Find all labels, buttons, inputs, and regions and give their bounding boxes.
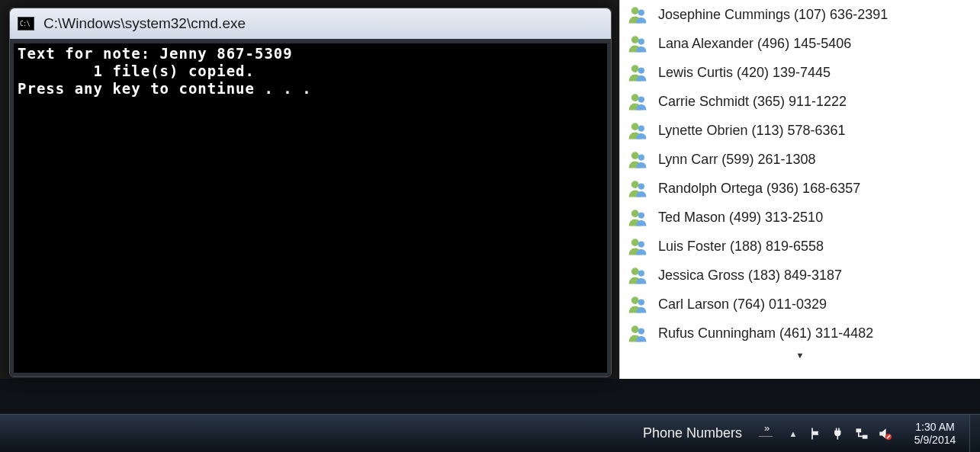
svg-point-6: [631, 94, 639, 101]
note-item[interactable]: Jessica Gross (183) 849-3187: [620, 261, 980, 290]
people-icon: [628, 294, 647, 314]
svg-rect-24: [856, 428, 862, 432]
cmd-window: C:\ C:\Windows\system32\cmd.exe Text for…: [9, 8, 612, 377]
svg-point-9: [638, 126, 644, 132]
plug-icon: [831, 426, 847, 441]
svg-point-1: [638, 10, 644, 16]
svg-point-0: [631, 7, 639, 14]
tray-show-hidden-button[interactable]: ▲: [782, 415, 805, 453]
note-item[interactable]: Carrie Schmidt (365) 911-1222: [620, 87, 980, 116]
speaker-icon: [877, 426, 892, 441]
taskbar-button-phone-numbers[interactable]: Phone Numbers: [632, 419, 753, 448]
note-item[interactable]: Rufus Cunningham (461) 311-4482: [620, 319, 980, 348]
svg-point-4: [631, 65, 639, 72]
people-icon: [628, 34, 647, 53]
note-label: Jessica Gross (183) 849-3187: [658, 268, 842, 284]
notes-panel: Josephine Cummings (107) 636-2391 Lana A…: [619, 0, 980, 379]
cmd-title: C:\Windows\system32\cmd.exe: [43, 15, 246, 32]
svg-point-3: [638, 39, 644, 45]
people-icon: [628, 265, 647, 285]
notes-more-button[interactable]: ▼: [620, 348, 980, 363]
note-item[interactable]: Randolph Ortega (936) 168-6357: [620, 174, 980, 203]
note-label: Lynette Obrien (113) 578-6361: [658, 123, 846, 139]
network-icon[interactable]: [850, 415, 873, 453]
svg-point-5: [638, 68, 644, 74]
system-tray: ▲: [777, 415, 901, 453]
svg-point-20: [631, 297, 639, 304]
note-label: Josephine Cummings (107) 636-2391: [658, 7, 888, 23]
action-center-icon[interactable]: [805, 415, 827, 453]
taskbar-button-label: Phone Numbers: [643, 425, 742, 441]
note-item[interactable]: Luis Foster (188) 819-6558: [620, 232, 980, 261]
overflow-divider: [759, 436, 773, 437]
chevron-right-icon: »: [764, 422, 767, 434]
svg-point-23: [638, 329, 644, 335]
svg-point-15: [638, 213, 644, 219]
svg-point-10: [631, 152, 639, 159]
taskbar: Phone Numbers » ▲ 1:30 AM 5/9/2014: [0, 414, 980, 452]
note-label: Rufus Cunningham (461) 311-4482: [658, 325, 873, 341]
people-icon: [628, 91, 647, 111]
cmd-titlebar[interactable]: C:\ C:\Windows\system32\cmd.exe: [10, 8, 611, 39]
svg-point-7: [638, 97, 644, 103]
taskbar-overflow-button[interactable]: »: [754, 419, 777, 448]
note-item[interactable]: Lewis Curtis (420) 139-7445: [620, 58, 980, 87]
volume-icon[interactable]: [873, 415, 896, 453]
note-item[interactable]: Lynette Obrien (113) 578-6361: [620, 116, 980, 145]
cmd-output[interactable]: Text for note: Jenny 867-5309 1 file(s) …: [14, 43, 606, 372]
people-icon: [628, 178, 647, 198]
note-item[interactable]: Lana Alexander (496) 145-5406: [620, 29, 980, 58]
svg-point-8: [631, 123, 639, 130]
note-item[interactable]: Lynn Carr (599) 261-1308: [620, 145, 980, 174]
note-label: Lana Alexander (496) 145-5406: [658, 36, 851, 52]
svg-point-14: [631, 210, 639, 217]
desktop-background: [0, 379, 980, 414]
note-item[interactable]: Josephine Cummings (107) 636-2391: [620, 0, 980, 29]
note-item[interactable]: Ted Mason (499) 313-2510: [620, 203, 980, 232]
power-icon[interactable]: [827, 415, 850, 453]
clock-time: 1:30 AM: [915, 421, 954, 434]
note-label: Ted Mason (499) 313-2510: [658, 210, 823, 226]
note-label: Randolph Ortega (936) 168-6357: [658, 181, 860, 197]
svg-point-21: [638, 300, 644, 306]
note-label: Lewis Curtis (420) 139-7445: [658, 65, 831, 81]
taskbar-clock[interactable]: 1:30 AM 5/9/2014: [901, 415, 969, 453]
people-icon: [628, 149, 647, 169]
svg-point-11: [638, 155, 644, 161]
people-icon: [628, 5, 647, 24]
note-label: Carl Larson (764) 011-0329: [658, 297, 827, 313]
flag-icon: [808, 426, 824, 441]
clock-date: 5/9/2014: [914, 434, 956, 447]
show-desktop-button[interactable]: [969, 415, 980, 453]
svg-point-16: [631, 239, 639, 246]
svg-point-18: [631, 268, 639, 275]
note-label: Luis Foster (188) 819-6558: [658, 239, 824, 255]
people-icon: [628, 120, 647, 140]
people-icon: [628, 63, 647, 82]
network-icon: [854, 426, 869, 441]
svg-point-12: [631, 181, 639, 188]
svg-point-17: [638, 242, 644, 248]
note-item[interactable]: Carl Larson (764) 011-0329: [620, 290, 980, 319]
svg-point-22: [631, 325, 639, 333]
people-icon: [628, 236, 647, 256]
note-label: Carrie Schmidt (365) 911-1222: [658, 94, 847, 110]
svg-rect-25: [863, 434, 868, 438]
people-icon: [628, 207, 647, 227]
chevron-down-icon: ▼: [796, 351, 805, 360]
chevron-up-icon: ▲: [789, 429, 798, 438]
svg-point-2: [631, 36, 639, 43]
svg-point-13: [638, 184, 644, 190]
svg-point-19: [638, 271, 644, 277]
note-label: Lynn Carr (599) 261-1308: [658, 152, 815, 168]
people-icon: [628, 323, 647, 343]
cmd-icon: C:\: [18, 17, 34, 30]
